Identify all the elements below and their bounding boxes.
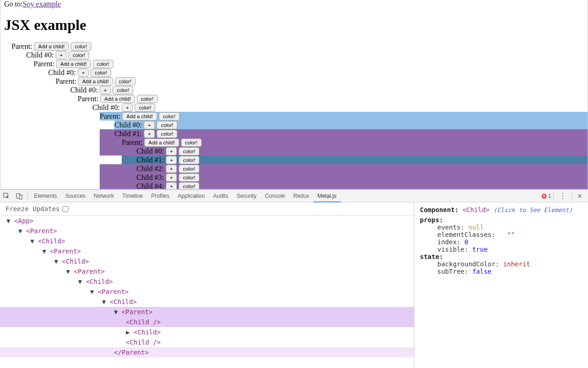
tree-node[interactable]: ▼ <Parent>	[0, 226, 414, 236]
color-button[interactable]: color!	[113, 86, 133, 94]
devtools-tab-application[interactable]: Application	[174, 190, 209, 202]
error-badge[interactable]: ✕ 1	[542, 193, 551, 199]
add-child-button[interactable]: Add a child!	[78, 77, 113, 86]
prop-key: index:	[437, 238, 461, 246]
tree-node[interactable]: <Child />	[0, 337, 414, 347]
tree-node[interactable]: ▼ <Parent>	[0, 266, 414, 276]
plus-button[interactable]: +	[144, 121, 155, 129]
freeze-checkbox[interactable]	[62, 206, 68, 212]
prop-key: elementClasses:	[437, 231, 495, 238]
tree-twisty-icon[interactable]: ▼	[66, 268, 74, 275]
freeze-label: Freeze Updates	[6, 205, 60, 213]
tree-twisty-icon[interactable]: ▼	[6, 217, 14, 224]
prop-row: index: 0	[437, 238, 582, 246]
color-button[interactable]: color!	[179, 182, 199, 190]
color-button[interactable]: color!	[179, 173, 199, 182]
devtools-panel: Freeze Updates ▼ <App>▼ <Parent>▼ <Child…	[0, 202, 588, 368]
component-row: Parent:Add a child!color!	[0, 77, 588, 86]
plus-button[interactable]: +	[166, 165, 177, 173]
add-child-button[interactable]: Add a child!	[34, 42, 68, 51]
tree-node[interactable]: ▶ <Child>	[0, 327, 414, 337]
tree-node[interactable]: ▼ <Parent>	[0, 307, 414, 317]
tree-node[interactable]: ▼ <Child>	[0, 256, 414, 266]
color-button[interactable]: color!	[90, 69, 111, 77]
devtools-tab-security[interactable]: Security	[232, 190, 260, 202]
devtools-tab-console[interactable]: Console	[260, 190, 289, 202]
devtools-tab-timeline[interactable]: Timeline	[118, 190, 147, 202]
color-button[interactable]: color!	[93, 60, 113, 68]
color-button[interactable]: color!	[137, 95, 158, 103]
tree-node[interactable]: ▼ <Parent>	[0, 287, 414, 297]
tree-twisty-icon[interactable]: ▼	[90, 288, 98, 295]
plus-button[interactable]: +	[166, 147, 177, 155]
plus-button[interactable]: +	[100, 86, 111, 94]
color-button[interactable]: color!	[68, 51, 89, 59]
add-child-button[interactable]: Add a child!	[122, 112, 157, 121]
tree-node[interactable]: ▼ <Child>	[0, 276, 414, 287]
plus-button[interactable]: +	[56, 51, 67, 59]
close-icon[interactable]: ✕	[574, 192, 585, 200]
plus-button[interactable]: +	[78, 69, 89, 77]
tree-node[interactable]: </Parent>	[0, 347, 414, 357]
color-button[interactable]: color!	[179, 165, 199, 173]
color-button[interactable]: color!	[135, 104, 155, 112]
tree-tag: <Parent>	[122, 308, 153, 316]
tree-twisty-icon[interactable]: ▶	[126, 328, 134, 336]
row-label: Child #0:	[48, 69, 76, 77]
color-button[interactable]: color!	[179, 147, 199, 155]
plus-button[interactable]: +	[166, 173, 177, 182]
color-button[interactable]: color!	[157, 130, 177, 138]
tree-twisty-icon[interactable]: ▼	[78, 278, 86, 285]
tree-tag: <Child />	[126, 318, 161, 326]
plus-button[interactable]: +	[166, 156, 177, 164]
component-row: Child #0:+color!	[0, 121, 588, 129]
tree-node[interactable]: ▼ <Child>	[0, 297, 414, 307]
add-child-button[interactable]: Add a child!	[56, 60, 90, 68]
devtools-tab-redux[interactable]: Redux	[289, 190, 313, 202]
row-label: Parent:	[122, 138, 142, 147]
more-icon[interactable]: ⋮	[555, 192, 570, 201]
row-label: Child #0:	[114, 121, 142, 129]
prop-key: events:	[437, 224, 464, 231]
devtools-tab-profiles[interactable]: Profiles	[147, 190, 174, 202]
tree-twisty-icon[interactable]: ▼	[102, 298, 110, 305]
tree-tag: <Child>	[62, 258, 89, 265]
color-button[interactable]: color!	[115, 77, 136, 86]
color-button[interactable]: color!	[181, 138, 202, 147]
component-tree[interactable]: ▼ <App>▼ <Parent>▼ <Child>▼ <Parent>▼ <C…	[0, 216, 414, 368]
goto-link[interactable]: Soy example	[23, 0, 61, 8]
color-button[interactable]: color!	[159, 112, 180, 121]
devtools-tab-network[interactable]: Network	[90, 190, 118, 202]
tree-node[interactable]: ▼ <Parent>	[0, 246, 414, 256]
plus-button[interactable]: +	[166, 182, 177, 190]
plus-button[interactable]: +	[144, 130, 155, 138]
tree-twisty-icon[interactable]: ▼	[54, 258, 62, 265]
devtools-tab-sources[interactable]: Sources	[61, 190, 90, 202]
add-child-button[interactable]: Add a child!	[100, 95, 135, 103]
tree-node[interactable]: ▼ <Child>	[0, 236, 414, 246]
tree-node[interactable]: ▼ <App>	[0, 216, 414, 226]
tree-twisty-icon[interactable]: ▼	[30, 237, 38, 245]
plus-button[interactable]: +	[122, 104, 133, 112]
color-button[interactable]: color!	[179, 156, 199, 164]
add-child-button[interactable]: Add a child!	[144, 138, 179, 147]
tree-node[interactable]: <Child />	[0, 317, 414, 327]
tree-twisty-icon[interactable]: ▼	[114, 308, 122, 316]
separator	[572, 192, 572, 200]
devtools-tab-elements[interactable]: Elements	[30, 190, 61, 202]
row-label: Child #2:	[136, 165, 164, 173]
color-button[interactable]: color!	[71, 42, 91, 51]
devtools-tab-metaljs[interactable]: Metal.js	[313, 190, 340, 202]
tree-twisty-icon[interactable]: ▼	[42, 247, 50, 255]
inspect-icon[interactable]	[0, 193, 13, 200]
component-hint[interactable]: (Click to See Element)	[493, 207, 572, 213]
device-icon[interactable]	[13, 193, 26, 200]
component-header-label: Component:	[420, 206, 458, 213]
tree-twisty-icon[interactable]: ▼	[18, 227, 26, 235]
tree-tag: <App>	[14, 217, 34, 224]
color-button[interactable]: color!	[157, 121, 177, 129]
prop-key: subTree:	[437, 268, 468, 275]
devtools-tab-audits[interactable]: Audits	[209, 190, 232, 202]
goto-prefix: Go to:	[4, 0, 23, 8]
component-row: Child #0:+color!	[0, 86, 588, 94]
